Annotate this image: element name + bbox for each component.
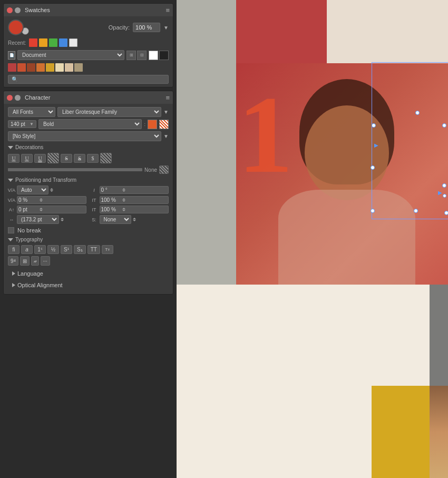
- recent-color-4[interactable]: [69, 38, 77, 47]
- smallcaps-button[interactable]: Tт: [102, 245, 113, 254]
- swatch-grid: [8, 63, 169, 72]
- swatch-0[interactable]: [8, 63, 16, 72]
- handle-bottom-left[interactable]: [371, 209, 375, 213]
- recent-colors: [29, 38, 77, 47]
- underline-double-button[interactable]: U: [34, 154, 46, 163]
- no-style-dropdown[interactable]: ▼: [163, 133, 169, 139]
- ligatures-button[interactable]: fi: [8, 245, 20, 254]
- recent-color-2[interactable]: [49, 38, 57, 47]
- vert-scale-input[interactable]: [101, 207, 122, 212]
- swatches-minimize-button[interactable]: [15, 7, 21, 13]
- character-menu-icon[interactable]: ≡: [165, 94, 170, 102]
- grid-icon-2[interactable]: ⊟: [137, 51, 147, 60]
- vert-tracking-spinner[interactable]: [40, 198, 43, 202]
- swatch-2[interactable]: [27, 63, 35, 72]
- font-size-input[interactable]: [11, 121, 28, 127]
- recent-color-3[interactable]: [59, 38, 67, 47]
- currency-button[interactable]: $: [87, 154, 99, 163]
- deco-striped-2[interactable]: [100, 153, 112, 163]
- italic-button[interactable]: a: [21, 245, 33, 254]
- no-break-checkbox[interactable]: [8, 227, 14, 233]
- font-family-select[interactable]: Liber Grotesque Family: [57, 107, 161, 117]
- swatch-5[interactable]: [55, 63, 64, 72]
- angle-spinner[interactable]: [122, 188, 125, 192]
- deco-color-bar[interactable]: [8, 168, 142, 171]
- allcaps-button[interactable]: TT: [87, 245, 100, 254]
- char-color-swatch[interactable]: [148, 120, 157, 129]
- vertical-tracking-row: V/A: [8, 196, 86, 204]
- font-size-dropdown[interactable]: ▼: [30, 122, 34, 126]
- angle-input[interactable]: [101, 187, 122, 193]
- underline-button[interactable]: U: [8, 154, 20, 163]
- font-filter-select[interactable]: All Fonts: [8, 107, 55, 117]
- swatch-6[interactable]: [65, 63, 73, 72]
- swatch-3[interactable]: [36, 63, 45, 72]
- strikethrough-double-button[interactable]: S: [74, 154, 85, 163]
- positioning-header[interactable]: Positioning and Transform: [8, 177, 169, 183]
- deco-color-striped[interactable]: [159, 165, 169, 174]
- white-swatch[interactable]: [149, 51, 158, 60]
- left-panel: Swatches ≡ Opacity: ▼ Recent:: [0, 0, 177, 478]
- swatch-search-input[interactable]: [8, 75, 169, 84]
- document-select[interactable]: Document: [17, 50, 124, 60]
- horiz-scale-spinner[interactable]: [122, 198, 125, 202]
- tracking-select[interactable]: Auto: [17, 186, 48, 194]
- handle-middle-right[interactable]: [442, 183, 446, 188]
- font-family-dropdown-arrow[interactable]: ▼: [163, 109, 169, 115]
- grid-icon-1[interactable]: ⊞: [126, 51, 136, 60]
- block-gray-left: [177, 0, 236, 288]
- vert-scale-spinner[interactable]: [122, 208, 125, 211]
- handle-top-right[interactable]: [442, 123, 446, 128]
- fraction-button[interactable]: ½: [47, 245, 59, 254]
- decorations-header[interactable]: Decorations: [8, 144, 169, 150]
- char-color-swatch-striped[interactable]: [159, 120, 169, 129]
- deco-striped-1[interactable]: [47, 153, 59, 163]
- cursive-button[interactable]: 𝒶: [31, 256, 39, 266]
- swatch-7[interactable]: [74, 63, 83, 72]
- ordinal-button[interactable]: 1ˢ: [34, 245, 46, 254]
- swatch-1[interactable]: [17, 63, 26, 72]
- table-button[interactable]: ⊞: [20, 256, 30, 266]
- handle-top-center[interactable]: [415, 111, 420, 115]
- opacity-input[interactable]: [133, 23, 160, 32]
- handle-bottom-center[interactable]: [414, 209, 418, 213]
- recent-color-1[interactable]: [39, 38, 47, 47]
- portrait-gradient: [430, 386, 448, 478]
- decorations-label: Decorations: [15, 144, 43, 150]
- superior-button[interactable]: S¹: [61, 245, 72, 254]
- underline-dotted-button[interactable]: U: [21, 154, 33, 163]
- handle-bottom-right[interactable]: [444, 211, 448, 215]
- language-section[interactable]: Language: [8, 268, 169, 279]
- handle-top-left[interactable]: [372, 123, 376, 128]
- swatches-menu-icon[interactable]: ≡: [165, 6, 170, 14]
- typography-header[interactable]: Typography: [8, 237, 169, 242]
- width-spinner[interactable]: [61, 218, 64, 221]
- canvas-area[interactable]: 1 ▶ ▶: [177, 0, 448, 478]
- swatches-close-button[interactable]: [7, 7, 13, 13]
- font-weight-select[interactable]: Bold: [38, 119, 142, 129]
- figure-button[interactable]: 9⁴: [8, 256, 18, 266]
- inferior-button[interactable]: S₁: [74, 245, 86, 254]
- no-style-select[interactable]: [No Style]: [8, 131, 161, 141]
- black-swatch[interactable]: [159, 51, 169, 60]
- tracking-spinner[interactable]: [50, 188, 53, 192]
- decoration-buttons: U U U S S $: [8, 153, 169, 163]
- strikethrough-button[interactable]: S: [61, 154, 72, 163]
- width-select[interactable]: (173.2 pt: [17, 215, 59, 224]
- opacity-dropdown-arrow[interactable]: ▼: [163, 25, 169, 31]
- character-minimize-button[interactable]: [15, 95, 21, 101]
- optical-section[interactable]: Optical Alignment: [8, 279, 169, 291]
- foreground-color[interactable]: [8, 19, 24, 35]
- recent-color-0[interactable]: [29, 38, 37, 47]
- character-close-button[interactable]: [7, 95, 13, 101]
- handle-middle-left[interactable]: [371, 165, 375, 170]
- swatch-4[interactable]: [46, 63, 54, 72]
- skew-spinner[interactable]: [133, 218, 136, 221]
- bw-swatches: [149, 51, 169, 60]
- skew-select[interactable]: None: [100, 215, 131, 224]
- vert-tracking-input[interactable]: [18, 197, 40, 203]
- baseline-spinner[interactable]: [40, 208, 43, 211]
- baseline-input[interactable]: [18, 207, 40, 212]
- horiz-scale-input[interactable]: [101, 197, 122, 203]
- more-button[interactable]: ···: [41, 256, 50, 266]
